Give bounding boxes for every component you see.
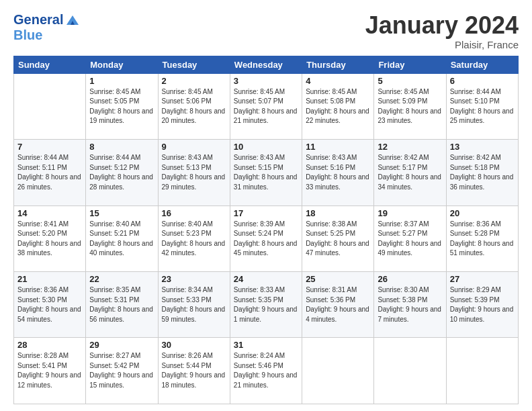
calendar-table: Sunday Monday Tuesday Wednesday Thursday…	[13, 56, 519, 404]
day-number: 24	[234, 274, 298, 284]
day-info: Sunrise: 8:45 AMSunset: 5:06 PMDaylight:…	[162, 87, 226, 126]
cell-w1-d6: 5Sunrise: 8:45 AMSunset: 5:09 PMDaylight…	[374, 73, 446, 139]
day-info: Sunrise: 8:41 AMSunset: 5:20 PMDaylight:…	[17, 220, 82, 259]
cell-w4-d2: 22Sunrise: 8:35 AMSunset: 5:31 PMDayligh…	[86, 272, 158, 338]
day-info: Sunrise: 8:30 AMSunset: 5:38 PMDaylight:…	[378, 285, 442, 324]
day-number: 25	[306, 274, 370, 284]
day-info: Sunrise: 8:40 AMSunset: 5:23 PMDaylight:…	[162, 220, 226, 259]
cell-w1-d5: 4Sunrise: 8:45 AMSunset: 5:08 PMDaylight…	[302, 73, 374, 139]
day-number: 1	[89, 76, 154, 86]
week-row-2: 7Sunrise: 8:44 AMSunset: 5:11 PMDaylight…	[14, 140, 519, 205]
cell-w5-d3: 30Sunrise: 8:26 AMSunset: 5:44 PMDayligh…	[158, 338, 230, 404]
day-info: Sunrise: 8:43 AMSunset: 5:15 PMDaylight:…	[234, 153, 298, 192]
day-number: 22	[89, 274, 154, 284]
day-number: 11	[306, 142, 370, 152]
cell-w4-d6: 26Sunrise: 8:30 AMSunset: 5:38 PMDayligh…	[374, 272, 446, 338]
day-number: 17	[234, 208, 298, 218]
day-info: Sunrise: 8:36 AMSunset: 5:28 PMDaylight:…	[450, 220, 515, 259]
day-info: Sunrise: 8:42 AMSunset: 5:18 PMDaylight:…	[450, 153, 515, 192]
cell-w3-d6: 19Sunrise: 8:37 AMSunset: 5:27 PMDayligh…	[374, 205, 446, 271]
day-number: 7	[17, 142, 82, 152]
day-number: 26	[378, 274, 442, 284]
col-wednesday: Wednesday	[230, 56, 302, 73]
cell-w2-d2: 8Sunrise: 8:44 AMSunset: 5:12 PMDaylight…	[86, 140, 158, 205]
day-number: 23	[162, 274, 226, 284]
day-number: 28	[17, 340, 82, 350]
day-info: Sunrise: 8:45 AMSunset: 5:07 PMDaylight:…	[234, 87, 298, 126]
day-info: Sunrise: 8:24 AMSunset: 5:46 PMDaylight:…	[234, 351, 298, 390]
subtitle: Plaisir, France	[365, 39, 519, 50]
day-number: 13	[450, 142, 515, 152]
cell-w2-d5: 11Sunrise: 8:43 AMSunset: 5:16 PMDayligh…	[302, 140, 374, 205]
page: General Blue January 2024 Plaisir, Franc…	[0, 0, 532, 411]
week-row-3: 14Sunrise: 8:41 AMSunset: 5:20 PMDayligh…	[14, 205, 519, 271]
month-title: January 2024	[365, 12, 519, 39]
cell-w4-d3: 23Sunrise: 8:34 AMSunset: 5:33 PMDayligh…	[158, 272, 230, 338]
week-row-4: 21Sunrise: 8:36 AMSunset: 5:30 PMDayligh…	[14, 272, 519, 338]
day-number: 31	[234, 340, 298, 350]
col-saturday: Saturday	[446, 56, 518, 73]
cell-w5-d4: 31Sunrise: 8:24 AMSunset: 5:46 PMDayligh…	[230, 338, 302, 404]
day-info: Sunrise: 8:44 AMSunset: 5:10 PMDaylight:…	[450, 87, 515, 126]
cell-w5-d1: 28Sunrise: 8:28 AMSunset: 5:41 PMDayligh…	[14, 338, 86, 404]
cell-w1-d1	[14, 73, 86, 139]
day-info: Sunrise: 8:33 AMSunset: 5:35 PMDaylight:…	[234, 285, 298, 324]
cell-w2-d3: 9Sunrise: 8:43 AMSunset: 5:13 PMDaylight…	[158, 140, 230, 205]
cell-w3-d5: 18Sunrise: 8:38 AMSunset: 5:25 PMDayligh…	[302, 205, 374, 271]
day-number: 21	[17, 274, 82, 284]
day-info: Sunrise: 8:44 AMSunset: 5:11 PMDaylight:…	[17, 153, 82, 192]
day-info: Sunrise: 8:36 AMSunset: 5:30 PMDaylight:…	[17, 285, 82, 324]
day-info: Sunrise: 8:29 AMSunset: 5:39 PMDaylight:…	[450, 285, 515, 324]
day-number: 6	[450, 76, 515, 86]
day-info: Sunrise: 8:26 AMSunset: 5:44 PMDaylight:…	[162, 351, 226, 390]
day-info: Sunrise: 8:37 AMSunset: 5:27 PMDaylight:…	[378, 220, 442, 259]
day-number: 18	[306, 208, 370, 218]
cell-w3-d2: 15Sunrise: 8:40 AMSunset: 5:21 PMDayligh…	[86, 205, 158, 271]
cell-w5-d2: 29Sunrise: 8:27 AMSunset: 5:42 PMDayligh…	[86, 338, 158, 404]
header: General Blue January 2024 Plaisir, Franc…	[13, 12, 519, 50]
day-number: 27	[450, 274, 515, 284]
cell-w4-d5: 25Sunrise: 8:31 AMSunset: 5:36 PMDayligh…	[302, 272, 374, 338]
day-number: 3	[234, 76, 298, 86]
day-number: 10	[234, 142, 298, 152]
day-number: 5	[378, 76, 442, 86]
day-info: Sunrise: 8:35 AMSunset: 5:31 PMDaylight:…	[89, 285, 154, 324]
logo-icon	[65, 14, 80, 26]
header-row: Sunday Monday Tuesday Wednesday Thursday…	[14, 56, 519, 73]
cell-w3-d3: 16Sunrise: 8:40 AMSunset: 5:23 PMDayligh…	[158, 205, 230, 271]
cell-w2-d1: 7Sunrise: 8:44 AMSunset: 5:11 PMDaylight…	[14, 140, 86, 205]
day-info: Sunrise: 8:34 AMSunset: 5:33 PMDaylight:…	[162, 285, 226, 324]
cell-w1-d2: 1Sunrise: 8:45 AMSunset: 5:05 PMDaylight…	[86, 73, 158, 139]
week-row-1: 1Sunrise: 8:45 AMSunset: 5:05 PMDaylight…	[14, 73, 519, 139]
col-tuesday: Tuesday	[158, 56, 230, 73]
col-friday: Friday	[374, 56, 446, 73]
logo-blue: Blue	[13, 28, 42, 42]
cell-w3-d4: 17Sunrise: 8:39 AMSunset: 5:24 PMDayligh…	[230, 205, 302, 271]
day-number: 15	[89, 208, 154, 218]
day-info: Sunrise: 8:27 AMSunset: 5:42 PMDaylight:…	[89, 351, 154, 390]
cell-w1-d3: 2Sunrise: 8:45 AMSunset: 5:06 PMDaylight…	[158, 73, 230, 139]
day-number: 30	[162, 340, 226, 350]
title-block: January 2024 Plaisir, France	[365, 12, 519, 50]
day-number: 29	[89, 340, 154, 350]
day-number: 4	[306, 76, 370, 86]
day-info: Sunrise: 8:39 AMSunset: 5:24 PMDaylight:…	[234, 220, 298, 259]
cell-w5-d5	[302, 338, 374, 404]
cell-w4-d1: 21Sunrise: 8:36 AMSunset: 5:30 PMDayligh…	[14, 272, 86, 338]
cell-w1-d7: 6Sunrise: 8:44 AMSunset: 5:10 PMDaylight…	[446, 73, 518, 139]
day-number: 9	[162, 142, 226, 152]
day-info: Sunrise: 8:45 AMSunset: 5:09 PMDaylight:…	[378, 87, 442, 126]
cell-w3-d7: 20Sunrise: 8:36 AMSunset: 5:28 PMDayligh…	[446, 205, 518, 271]
day-info: Sunrise: 8:43 AMSunset: 5:13 PMDaylight:…	[162, 153, 226, 192]
logo-general: General	[13, 12, 63, 28]
week-row-5: 28Sunrise: 8:28 AMSunset: 5:41 PMDayligh…	[14, 338, 519, 404]
cell-w5-d6	[374, 338, 446, 404]
cell-w2-d7: 13Sunrise: 8:42 AMSunset: 5:18 PMDayligh…	[446, 140, 518, 205]
cell-w2-d4: 10Sunrise: 8:43 AMSunset: 5:15 PMDayligh…	[230, 140, 302, 205]
cell-w5-d7	[446, 338, 518, 404]
day-info: Sunrise: 8:28 AMSunset: 5:41 PMDaylight:…	[17, 351, 82, 390]
day-number: 16	[162, 208, 226, 218]
day-info: Sunrise: 8:44 AMSunset: 5:12 PMDaylight:…	[89, 153, 154, 192]
day-info: Sunrise: 8:40 AMSunset: 5:21 PMDaylight:…	[89, 220, 154, 259]
day-number: 19	[378, 208, 442, 218]
